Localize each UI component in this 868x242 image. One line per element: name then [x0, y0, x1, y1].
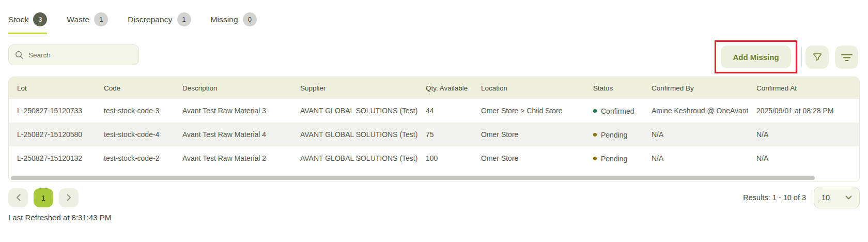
tab-count-badge: 3	[33, 12, 47, 26]
cell-supplier: AVANT GLOBAL SOLUTIONS (Test)	[292, 99, 417, 123]
next-page-button[interactable]	[59, 188, 79, 207]
table-body: L-250827-15120733test-stock-code-3Avant …	[9, 99, 859, 170]
filter-lines-button[interactable]	[835, 46, 858, 69]
cell-supplier: AVANT GLOBAL SOLUTIONS (Test)	[292, 123, 417, 146]
toolbar-divider	[801, 47, 802, 67]
cell-status: Confirmed	[585, 99, 643, 123]
column-header: Confirmed By	[643, 77, 748, 99]
cell-description: Avant Test Raw Material 4	[174, 123, 292, 146]
stock-table-card: LotCodeDescriptionSupplierQty. Available…	[8, 77, 860, 182]
chevron-left-icon	[16, 194, 21, 201]
cell-location: Omer Store	[473, 123, 585, 146]
cell-lot: L-250827-15120580	[9, 123, 96, 146]
table-header-row: LotCodeDescriptionSupplierQty. Available…	[9, 77, 859, 99]
status-label: Confirmed	[601, 107, 634, 115]
status-label: Pending	[601, 131, 627, 139]
cell-confirmed-at: N/A	[748, 146, 859, 170]
column-header: Confirmed At	[748, 77, 859, 99]
pager: 1	[8, 188, 79, 207]
prev-page-button[interactable]	[8, 188, 28, 207]
cell-status: Pending	[585, 146, 643, 170]
table-row[interactable]: L-250827-15120132test-stock-code-2Avant …	[9, 146, 859, 170]
stock-table: LotCodeDescriptionSupplierQty. Available…	[9, 77, 859, 170]
cell-lot: L-250827-15120733	[9, 99, 96, 123]
cell-description: Avant Test Raw Material 2	[174, 146, 292, 170]
tab-missing[interactable]: Missing0	[211, 12, 257, 34]
filter-funnel-button[interactable]	[805, 46, 829, 69]
column-header: Location	[473, 77, 585, 99]
results-text: Results: 1 - 10 of 3	[743, 193, 806, 202]
cell-confirmed-by: N/A	[643, 123, 748, 146]
cell-confirmed-by: N/A	[643, 146, 748, 170]
pagination-row: 1 Results: 1 - 10 of 3 10	[8, 187, 860, 208]
search-icon	[15, 51, 24, 59]
chevron-down-icon	[845, 195, 852, 200]
cell-supplier: AVANT GLOBAL SOLUTIONS (Test)	[292, 146, 417, 170]
cell-code: test-stock-code-4	[96, 123, 174, 146]
search-input[interactable]	[28, 51, 132, 59]
page-1-button[interactable]: 1	[34, 188, 53, 207]
column-header: Status	[585, 77, 643, 99]
results-area: Results: 1 - 10 of 3 10	[743, 187, 860, 208]
cell-status: Pending	[585, 123, 643, 146]
cell-code: test-stock-code-3	[96, 99, 174, 123]
tab-count-badge: 0	[243, 12, 257, 26]
cell-confirmed-at: 2025/09/01 at 08:28 PM	[748, 99, 859, 123]
page-size-select[interactable]: 10	[814, 187, 860, 208]
tab-waste[interactable]: Waste1	[67, 12, 108, 34]
cell-lot: L-250827-15120132	[9, 146, 96, 170]
chevron-right-icon	[67, 194, 71, 201]
tab-count-badge: 1	[177, 12, 191, 26]
toolbar-icon-buttons	[805, 46, 858, 69]
last-refreshed-text: Last Refreshed at 8:31:43 PM	[8, 213, 111, 222]
tab-stock[interactable]: Stock3	[8, 12, 47, 34]
cell-code: test-stock-code-2	[96, 146, 174, 170]
column-header: Lot	[9, 77, 96, 99]
search-input-wrapper[interactable]	[8, 44, 139, 65]
cell-location: Omer Store	[473, 146, 585, 170]
page-size-value: 10	[822, 193, 830, 202]
column-header: Supplier	[292, 77, 417, 99]
tab-discrepancy[interactable]: Discrepancy1	[128, 12, 191, 34]
horizontal-scrollbar[interactable]	[11, 176, 858, 180]
status-dot-icon	[593, 157, 597, 160]
cell-description: Avant Test Raw Material 3	[174, 99, 292, 123]
tab-label: Waste	[67, 15, 89, 24]
filter-lines-icon	[841, 53, 853, 62]
tab-label: Discrepancy	[128, 15, 172, 24]
add-missing-button[interactable]: Add Missing	[721, 46, 791, 68]
tab-label: Missing	[211, 15, 238, 24]
annotation-highlight-box: Add Missing	[715, 40, 797, 73]
status-dot-icon	[593, 109, 597, 113]
column-header: Code	[96, 77, 174, 99]
cell-confirmed-by: Amine Keshroud @ OneAvant	[643, 99, 748, 123]
cell-qty-available: 75	[417, 123, 473, 146]
cell-qty-available: 44	[417, 99, 473, 123]
cell-qty-available: 100	[417, 146, 473, 170]
table-row[interactable]: L-250827-15120733test-stock-code-3Avant …	[9, 99, 859, 123]
table-row[interactable]: L-250827-15120580test-stock-code-4Avant …	[9, 123, 859, 146]
tab-label: Stock	[8, 15, 28, 24]
tab-count-badge: 1	[94, 12, 108, 26]
cell-location: Omer Store > Child Store	[473, 99, 585, 123]
status-label: Pending	[601, 155, 627, 163]
column-header: Qty. Available	[417, 77, 473, 99]
scrollbar-thumb[interactable]	[11, 176, 815, 180]
cell-confirmed-at: N/A	[748, 123, 859, 146]
funnel-icon	[812, 52, 823, 63]
status-dot-icon	[593, 133, 597, 137]
tab-bar: Stock3Waste1Discrepancy1Missing0	[8, 12, 257, 34]
column-header: Description	[174, 77, 292, 99]
